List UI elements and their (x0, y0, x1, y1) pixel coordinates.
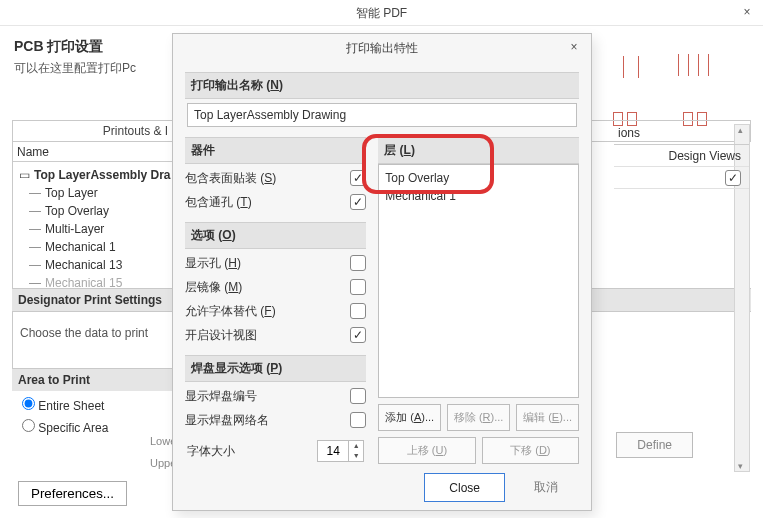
area-print-header: Area to Print (12, 368, 192, 391)
choose-data-label: Choose the data to print (20, 326, 148, 340)
show-holes-checkbox[interactable] (350, 255, 366, 271)
design-views-check[interactable] (614, 167, 749, 189)
components-header: 器件 (185, 137, 366, 164)
remove-layer-button[interactable]: 移除 (R)... (447, 404, 510, 431)
print-output-properties-dialog: 打印输出特性 × 打印输出名称 (N) 器件 包含表面贴装 (S) 包含通孔 (… (172, 33, 592, 511)
pad-display-header: 焊盘显示选项 (P) (185, 355, 366, 382)
design-views-row[interactable]: Design Views (614, 145, 749, 167)
show-pad-number-checkbox[interactable] (350, 388, 366, 404)
font-size-input[interactable] (318, 441, 348, 461)
close-button[interactable]: Close (424, 473, 505, 502)
layer-item[interactable]: Mechanical 1 (385, 187, 572, 205)
design-views-checkbox[interactable] (725, 170, 741, 186)
layer-item[interactable]: Top Overlay (385, 169, 572, 187)
move-up-button[interactable]: 上移 (U) (378, 437, 475, 464)
include-smt-checkbox[interactable] (350, 170, 366, 186)
output-name-input[interactable] (187, 103, 577, 127)
dialog-close-icon[interactable]: × (565, 38, 583, 56)
preferences-button[interactable]: Preferences... (18, 481, 127, 506)
add-layer-button[interactable]: 添加 (A)... (378, 404, 441, 431)
views-header: ions (614, 124, 749, 145)
area-entire-sheet-radio[interactable]: Entire Sheet (22, 397, 182, 413)
enable-design-view-checkbox[interactable] (350, 327, 366, 343)
layers-listbox[interactable]: Top OverlayMechanical 1 (378, 164, 579, 398)
allow-font-sub-checkbox[interactable] (350, 303, 366, 319)
define-button[interactable]: Define (616, 432, 693, 458)
show-pad-netname-checkbox[interactable] (350, 412, 366, 428)
dialog-title: 打印输出特性 (346, 41, 418, 55)
spin-up-icon[interactable]: ▲ (349, 441, 363, 451)
edit-layer-button[interactable]: 编辑 (E)... (516, 404, 579, 431)
include-through-hole-checkbox[interactable] (350, 194, 366, 210)
font-size-spinner[interactable]: ▲▼ (317, 440, 364, 462)
window-close-icon[interactable]: × (737, 2, 757, 22)
window-title-bar: 智能 PDF × (0, 0, 763, 26)
font-size-label: 字体大小 (187, 443, 235, 460)
cancel-button[interactable]: 取消 (515, 473, 577, 502)
options-header: 选项 (O) (185, 222, 366, 249)
window-title: 智能 PDF (356, 6, 407, 20)
output-name-header: 打印输出名称 (N) (185, 72, 579, 99)
mirror-layer-checkbox[interactable] (350, 279, 366, 295)
layers-header: 层 (L) (378, 137, 579, 164)
move-down-button[interactable]: 下移 (D) (482, 437, 579, 464)
spin-down-icon[interactable]: ▼ (349, 451, 363, 461)
